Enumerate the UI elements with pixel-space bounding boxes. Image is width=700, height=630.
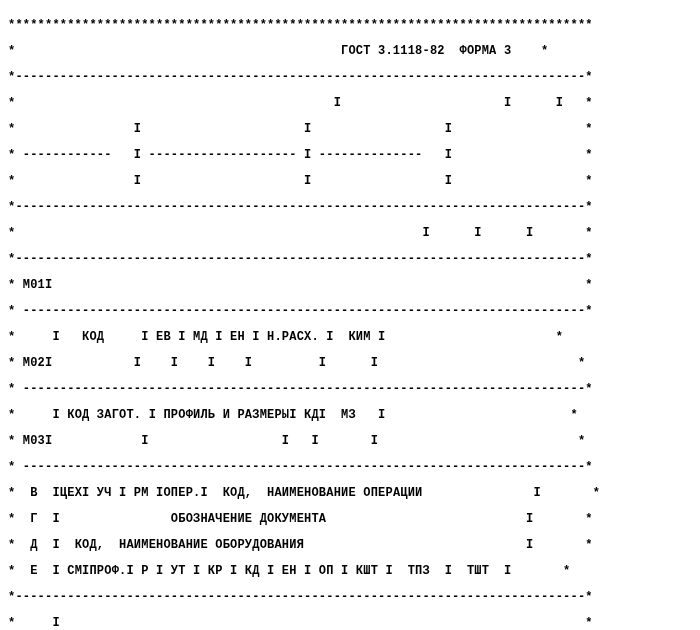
star-top: ****************************************… bbox=[8, 19, 692, 32]
block-b-text: В IЦЕХI УЧ I РМ IОПЕР.I КОД, НАИМЕНОВАНИ… bbox=[30, 486, 541, 500]
form-sheet: ****************************************… bbox=[0, 0, 700, 630]
dash-m02: * --------------------------------------… bbox=[8, 383, 692, 396]
m01-label: М01I bbox=[23, 278, 53, 292]
m03-row: * М03I I I I I * bbox=[8, 435, 692, 448]
m02-cols: КОД I ЕВ I МД I ЕН I Н.РАСХ. I КИМ I bbox=[82, 330, 385, 344]
col-line-5: * I I I * bbox=[8, 227, 692, 240]
m02-row: * М02I I I I I I I * bbox=[8, 357, 692, 370]
dash-m03: * --------------------------------------… bbox=[8, 461, 692, 474]
dash-line-3: *---------------------------------------… bbox=[8, 253, 692, 266]
block-d: * Д I КОД, НАИМЕНОВАНИЕ ОБОРУДОВАНИЯ I * bbox=[8, 539, 692, 552]
block-d-text: Д I КОД, НАИМЕНОВАНИЕ ОБОРУДОВАНИЯ I bbox=[30, 538, 533, 552]
block-e-text: Е I СМIПРОФ.I Р I УТ I КР I КД I ЕН I ОП… bbox=[30, 564, 511, 578]
dash-line-2: *---------------------------------------… bbox=[8, 201, 692, 214]
body-row: * I * bbox=[8, 617, 692, 630]
m02-label: М02I bbox=[23, 356, 53, 370]
m03-label: М03I bbox=[23, 434, 53, 448]
m03-cols: I КОД ЗАГОТ. I ПРОФИЛЬ И РАЗМЕРЫI КДI МЗ… bbox=[52, 408, 385, 422]
col-line-1: * I I I * bbox=[8, 97, 692, 110]
m01-row: * М01I * bbox=[8, 279, 692, 292]
block-g: * Г I ОБОЗНАЧЕНИЕ ДОКУМЕНТА I * bbox=[8, 513, 692, 526]
m02-top: * I КОД I ЕВ I МД I ЕН I Н.РАСХ. I КИМ I… bbox=[8, 331, 692, 344]
block-g-text: Г I ОБОЗНАЧЕНИЕ ДОКУМЕНТА I bbox=[30, 512, 533, 526]
form-title: ГОСТ 3.1118-82 ФОРМА 3 bbox=[341, 44, 511, 58]
title-line: * ГОСТ 3.1118-82 ФОРМА 3 * bbox=[8, 45, 692, 58]
m03-top: * I КОД ЗАГОТ. I ПРОФИЛЬ И РАЗМЕРЫI КДI … bbox=[8, 409, 692, 422]
col-line-2: * I I I * bbox=[8, 123, 692, 136]
col-line-4: * I I I * bbox=[8, 175, 692, 188]
block-b: * В IЦЕХI УЧ I РМ IОПЕР.I КОД, НАИМЕНОВА… bbox=[8, 487, 692, 500]
dash-block: *---------------------------------------… bbox=[8, 591, 692, 604]
dash-m01: * --------------------------------------… bbox=[8, 305, 692, 318]
col-line-3: * ------------ I -------------------- I … bbox=[8, 149, 692, 162]
dash-line: *---------------------------------------… bbox=[8, 71, 692, 84]
block-e: * Е I СМIПРОФ.I Р I УТ I КР I КД I ЕН I … bbox=[8, 565, 692, 578]
